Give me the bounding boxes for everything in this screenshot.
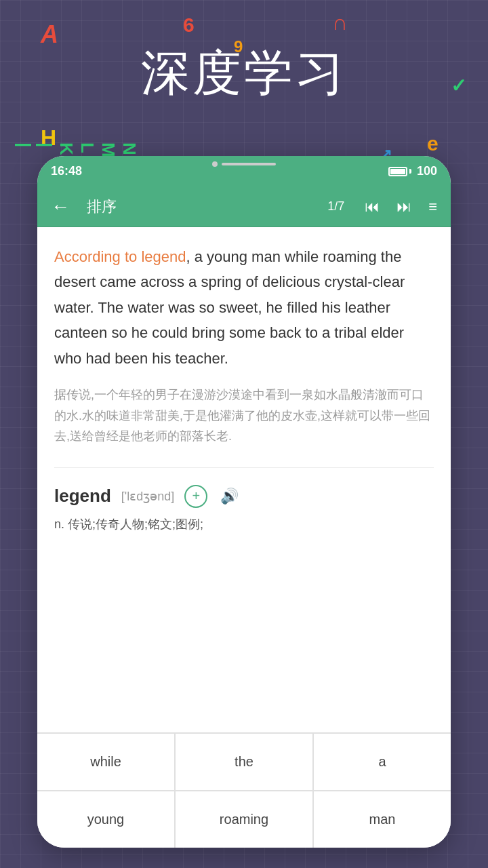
highlight-phrase: According to legend: [54, 248, 186, 265]
word-header: legend ['lɛdʒənd] + 🔊: [54, 485, 434, 508]
phone-frame: 16:48 100 ← 排序 1/7 ⏮ ⏭ ≡ According to le…: [37, 156, 451, 848]
notch-dot: [212, 161, 218, 167]
deco-letter-nmlk: NMLK||: [14, 142, 140, 157]
content-area: According to legend, a young man while r…: [37, 227, 451, 548]
answer-grid: while the a young roaming man: [37, 732, 451, 848]
english-passage: According to legend, a young man while r…: [54, 244, 434, 371]
word-main: legend: [54, 486, 111, 507]
nav-bar: ← 排序 1/7 ⏮ ⏭ ≡: [37, 186, 451, 227]
answer-btn-man[interactable]: man: [314, 791, 451, 848]
prev-button[interactable]: ⏮: [361, 195, 383, 219]
word-phonetic: ['lɛdʒənd]: [121, 489, 174, 504]
status-bar: 16:48 100: [37, 156, 451, 186]
nav-title: 排序: [87, 197, 117, 217]
next-button[interactable]: ⏭: [393, 195, 415, 219]
status-time: 16:48: [51, 164, 82, 178]
word-section: legend ['lɛdʒənd] + 🔊 n. 传说;传奇人物;铭文;图例;: [54, 467, 434, 534]
battery-body: [388, 167, 407, 176]
deco-letter-omega: ∩: [332, 10, 348, 35]
menu-button[interactable]: ≡: [425, 195, 441, 219]
battery-tip: [409, 169, 411, 174]
chinese-translation: 据传说,一个年轻的男子在漫游沙漠途中看到一泉如水晶般清澈而可口的水.水的味道非常…: [54, 384, 434, 447]
answer-btn-while[interactable]: while: [37, 734, 174, 790]
nav-counter: 1/7: [327, 199, 344, 214]
notch-bar: [222, 163, 276, 165]
answer-btn-roaming[interactable]: roaming: [176, 791, 312, 848]
answer-btn-young[interactable]: young: [37, 791, 174, 848]
battery-fill: [390, 169, 405, 174]
back-button[interactable]: ←: [47, 193, 73, 221]
battery-level: 100: [417, 164, 437, 178]
deco-letter-6: 6: [183, 14, 195, 37]
english-text-after: , a young man while roaming the desert c…: [54, 248, 405, 367]
answer-btn-the[interactable]: the: [176, 734, 312, 790]
answer-btn-a[interactable]: a: [314, 734, 451, 790]
status-right: 100: [388, 164, 437, 178]
add-word-button[interactable]: +: [184, 485, 207, 508]
audio-button[interactable]: 🔊: [218, 485, 241, 508]
word-definition: n. 传说;传奇人物;铭文;图例;: [54, 515, 434, 534]
app-title-section: 深度学习: [0, 41, 488, 106]
app-title: 深度学习: [0, 41, 488, 106]
battery-icon: [388, 167, 411, 176]
deco-letter-e: e: [427, 132, 439, 155]
phone-notch: [212, 161, 276, 167]
